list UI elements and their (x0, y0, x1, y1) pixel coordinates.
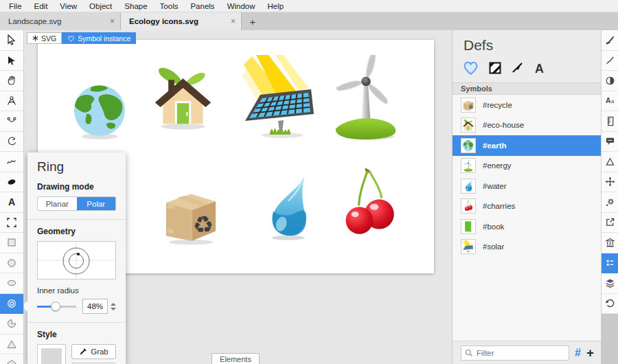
canvas-symbol-charries[interactable] (337, 166, 399, 244)
grab-button[interactable]: Grab (71, 344, 116, 359)
tool-ellipse[interactable] (0, 273, 23, 294)
tab-label: Landscape.svg (8, 17, 61, 25)
canvas-symbol-recycle[interactable] (160, 184, 222, 246)
toolbar-filler (602, 314, 618, 364)
inner-radius-input[interactable] (82, 299, 108, 314)
menu-object[interactable]: Object (83, 2, 118, 10)
symbols-section-header: Symbols (453, 82, 601, 95)
tool-select[interactable] (0, 30, 23, 51)
filter-input[interactable] (461, 345, 569, 361)
tool-pen[interactable] (0, 91, 23, 112)
panel-effects[interactable] (602, 192, 618, 213)
add-symbol-button[interactable]: + (586, 346, 594, 359)
symbol-item-earth[interactable]: #earth (453, 135, 601, 156)
pen-icon (6, 95, 17, 106)
elements-drawer-button[interactable]: Elements (211, 353, 260, 364)
symbols-heart-icon[interactable] (462, 60, 479, 76)
tool-text[interactable]: A (0, 192, 23, 213)
fonts-icon[interactable]: A (533, 61, 546, 75)
close-icon[interactable]: × (110, 16, 115, 26)
panel-brush[interactable] (602, 51, 618, 71)
menubar: File Edit View Object Shape Tools Panels… (0, 0, 618, 12)
panel-objects[interactable] (602, 273, 618, 294)
menu-tools[interactable]: Tools (154, 2, 185, 10)
menu-file[interactable]: File (3, 2, 28, 10)
symbol-item-solar[interactable]: #solar (453, 237, 601, 258)
tool-pencil[interactable] (0, 152, 23, 172)
inner-radius-slider[interactable] (37, 302, 76, 311)
close-icon[interactable]: × (231, 16, 236, 26)
canvas-symbol-eco-house[interactable] (150, 55, 216, 139)
tab-landscape[interactable]: Landscape.svg × (0, 12, 121, 30)
tool-pan[interactable] (0, 71, 23, 91)
new-tab-button[interactable]: + (242, 12, 264, 30)
markers-icon[interactable] (511, 61, 524, 74)
divider (27, 322, 126, 323)
panel-tooltip[interactable] (602, 132, 618, 152)
canvas[interactable]: SVG Symbol instance Ring Drawing mode Pl… (24, 30, 452, 364)
tool-triangle[interactable] (0, 334, 23, 355)
eyedropper-icon (79, 348, 87, 356)
symbol-item-book[interactable]: #book (453, 216, 601, 237)
divider (27, 219, 126, 220)
tab-ecology-icons[interactable]: Ecology icons.svg × (121, 12, 242, 30)
panel-fill-stroke[interactable] (602, 30, 618, 51)
symbol-item-water[interactable]: #water (453, 176, 601, 196)
tool-rectangle[interactable] (0, 233, 23, 253)
museum-icon (605, 238, 615, 248)
symbol-item-energy[interactable]: #energy (453, 156, 601, 177)
canvas-symbol-solar[interactable] (242, 55, 319, 141)
tool-ring[interactable] (0, 294, 23, 315)
hash-button[interactable]: # (575, 347, 581, 359)
menu-panels[interactable]: Panels (184, 2, 220, 10)
curve-icon (6, 115, 17, 126)
panel-shape[interactable] (602, 152, 618, 172)
tool-view-frame[interactable] (0, 213, 23, 234)
tool-arc[interactable] (0, 132, 23, 152)
inner-radius-stepper[interactable] (111, 303, 116, 310)
geometry-preview[interactable] (37, 241, 116, 280)
symbol-item-eco-house[interactable]: #eco-house (453, 115, 601, 136)
menu-view[interactable]: View (54, 2, 83, 10)
tool-blob[interactable] (0, 172, 23, 193)
panel-defs[interactable] (602, 253, 618, 274)
canvas-symbol-earth[interactable] (70, 79, 129, 142)
canvas-symbol-energy[interactable] (333, 55, 399, 141)
breadcrumb-symbol-chip[interactable]: Symbol instance (62, 32, 136, 44)
gear-icon (605, 197, 615, 207)
menu-window[interactable]: Window (221, 2, 262, 10)
brush-icon (605, 55, 615, 65)
tool-circle[interactable] (0, 253, 23, 274)
polar-button[interactable]: Polar (77, 197, 116, 210)
panel-export[interactable] (602, 213, 618, 234)
symbol-item-charries[interactable]: #charries (453, 196, 601, 217)
paintbrush-wide-icon (605, 35, 615, 45)
menu-help[interactable]: Help (262, 2, 290, 10)
tool-node-select[interactable] (0, 51, 23, 71)
panel-history[interactable] (602, 294, 618, 315)
ellipse-icon (6, 277, 17, 288)
panel-transform[interactable] (602, 172, 618, 193)
tool-pie[interactable] (0, 314, 23, 334)
defs-categories: A (453, 55, 601, 82)
ring-geometry-diagram (38, 242, 115, 279)
panel-library[interactable] (602, 233, 618, 253)
menu-edit[interactable]: Edit (28, 2, 54, 10)
panel-typography[interactable]: Aa (602, 91, 618, 112)
symbol-name: #energy (483, 161, 512, 170)
slider-thumb[interactable] (51, 302, 60, 311)
panel-geometry[interactable] (602, 111, 618, 132)
menu-shape[interactable]: Shape (118, 2, 153, 10)
planar-button[interactable]: Planar (38, 197, 77, 210)
patterns-icon[interactable] (488, 61, 502, 75)
tool-polygon[interactable] (0, 354, 23, 364)
svg-text:A: A (605, 98, 610, 105)
symbol-item-recycle[interactable]: #recycle (453, 95, 601, 115)
tool-curve[interactable] (0, 111, 23, 132)
symbol-thumb (461, 98, 476, 113)
breadcrumb-svg-chip[interactable]: SVG (27, 32, 62, 44)
fill-swatch[interactable] (37, 344, 66, 364)
square-icon (6, 237, 17, 248)
panel-compositing[interactable] (602, 71, 618, 91)
canvas-symbol-water[interactable] (258, 176, 316, 242)
